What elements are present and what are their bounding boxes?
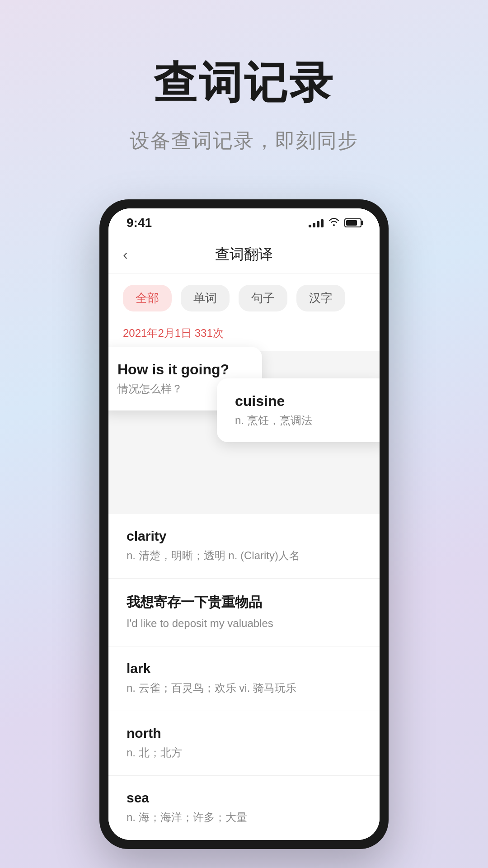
word-en: lark	[127, 661, 361, 676]
page-subtitle: 设备查词记录，即刻同步	[130, 127, 358, 154]
battery-icon	[344, 218, 361, 227]
word-item-clarity: clarity n. 清楚，明晰；透明 n. (Clarity)人名	[108, 514, 380, 579]
word-cn: n. 清楚，明晰；透明 n. (Clarity)人名	[127, 547, 361, 564]
filter-tab-all[interactable]: 全部	[123, 285, 172, 311]
word-item-sea: sea n. 海；海洋；许多；大量	[108, 776, 380, 840]
status-time: 9:41	[127, 216, 152, 230]
word-en: 我想寄存一下贵重物品	[127, 593, 361, 612]
word-cn: n. 北；北方	[127, 745, 361, 761]
phone-screen: 9:41	[108, 208, 380, 840]
floating-card-word: cuisine n. 烹饪，烹调法	[217, 378, 380, 442]
nav-title: 查词翻译	[215, 245, 273, 264]
floating-card-2-cn: n. 烹饪，烹调法	[235, 413, 371, 428]
floating-card-2-en: cuisine	[235, 393, 371, 410]
signal-icon	[309, 218, 324, 227]
filter-tab-sentence[interactable]: 句子	[239, 285, 287, 311]
word-item-deposit: 我想寄存一下贵重物品 I'd like to deposit my valuab…	[108, 579, 380, 646]
phone-mockup: 9:41	[99, 199, 389, 849]
status-icons	[309, 217, 361, 229]
date-text: 2021年2月1日 331次	[123, 327, 224, 339]
nav-bar: ‹ 查词翻译	[108, 236, 380, 274]
word-cn: n. 云雀；百灵鸟；欢乐 vi. 骑马玩乐	[127, 680, 361, 696]
word-en: clarity	[127, 528, 361, 544]
floating-card-1-en: How is it going?	[117, 361, 244, 378]
back-button[interactable]: ‹	[123, 246, 128, 263]
word-item-north: north n. 北；北方	[108, 711, 380, 776]
wifi-icon	[328, 217, 340, 229]
page-title: 查词记录	[154, 54, 334, 113]
word-cn: n. 海；海洋；许多；大量	[127, 809, 361, 826]
status-bar: 9:41	[108, 208, 380, 236]
word-cn: I'd like to deposit my valuables	[127, 615, 361, 632]
word-en: sea	[127, 790, 361, 806]
filter-tabs: 全部 单词 句子 汉字	[108, 274, 380, 319]
word-list: clarity n. 清楚，明晰；透明 n. (Clarity)人名 我想寄存一…	[108, 514, 380, 840]
filter-tab-word[interactable]: 单词	[181, 285, 230, 311]
word-item-lark: lark n. 云雀；百灵鸟；欢乐 vi. 骑马玩乐	[108, 646, 380, 711]
content-area: How is it going? 情况怎么样？ cuisine n. 烹饪，烹调…	[108, 351, 380, 442]
word-en: north	[127, 726, 361, 741]
filter-tab-hanzi[interactable]: 汉字	[296, 285, 345, 311]
